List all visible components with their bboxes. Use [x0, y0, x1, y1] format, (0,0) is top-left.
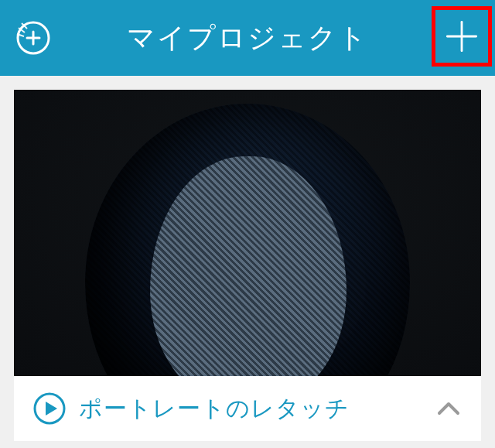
chevron-up-icon[interactable] — [435, 395, 463, 422]
app-logo[interactable] — [14, 19, 53, 57]
play-circle-icon[interactable] — [32, 392, 67, 426]
svg-marker-9 — [46, 402, 57, 416]
project-title: ポートレートのレタッチ — [79, 393, 422, 425]
project-card[interactable]: ポートレートのレタッチ — [14, 90, 481, 441]
circle-plus-icon — [14, 19, 53, 57]
project-thumbnail — [14, 90, 481, 376]
plus-icon — [440, 15, 483, 58]
app-header: マイプロジェクト — [0, 0, 495, 76]
content-area: ポートレートのレタッチ — [0, 76, 495, 448]
page-title: マイプロジェクト — [127, 19, 368, 57]
add-project-button[interactable] — [432, 6, 492, 67]
project-footer: ポートレートのレタッチ — [14, 376, 481, 441]
